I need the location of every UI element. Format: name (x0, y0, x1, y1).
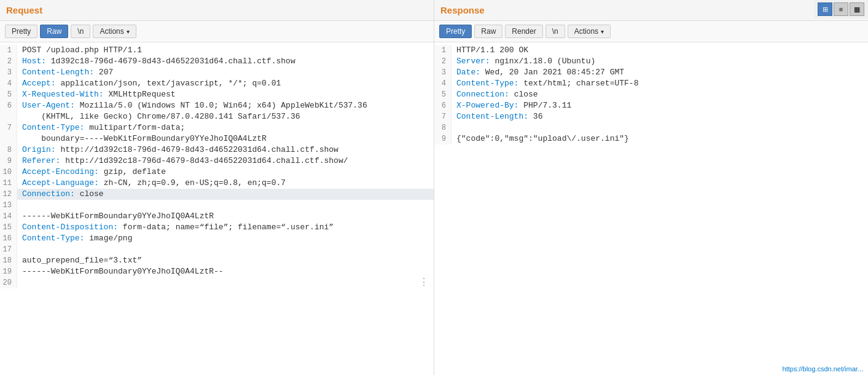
footer-url: https://blog.csdn.net/imar... (783, 365, 863, 373)
request-raw-btn[interactable]: Raw (40, 25, 68, 38)
table-row: 8 Origin: http://1d392c18-796d-4679-8d43… (0, 144, 434, 156)
panels: Request Pretty Raw \n Actions ▾ 1 POST /… (0, 0, 868, 375)
top-bar: ⊞ ≡ ▦ (814, 0, 868, 18)
layout-single-btn[interactable]: ≡ (834, 2, 848, 16)
table-row: 7 Content-Length: 36 (434, 111, 868, 122)
table-row: 16 Content-Type: image/png (0, 233, 434, 244)
response-render-btn[interactable]: Render (505, 25, 542, 38)
request-content: 1 POST /upload.php HTTP/1.1 2 Host: 1d39… (0, 42, 434, 375)
table-row: 9 Referer: http://1d392c18-796d-4679-8d4… (0, 156, 434, 167)
request-newline-btn[interactable]: \n (71, 25, 90, 38)
response-title: Response (440, 5, 485, 15)
table-row: 1 POST /upload.php HTTP/1.1 (0, 45, 434, 56)
response-header: Response (434, 0, 868, 21)
response-content: 1 HTTP/1.1 200 OK 2 Server: nginx/1.18.0… (434, 42, 868, 375)
table-row: boundary=----WebKitFormBoundary0YYeJhoIQ… (0, 133, 434, 144)
table-row: 3 Content-Length: 207 (0, 67, 434, 78)
request-header: Request (0, 0, 434, 21)
table-row: 7 Content-Type: multipart/form-data; (0, 122, 434, 133)
table-row: 3 Date: Wed, 20 Jan 2021 08:45:27 GMT (434, 67, 868, 78)
table-row: 4 Accept: application/json, text/javascr… (0, 78, 434, 89)
table-row: 8 (434, 122, 868, 133)
response-toolbar: Pretty Raw Render \n Actions ▾ (434, 21, 868, 42)
request-actions-btn[interactable]: Actions ▾ (93, 25, 136, 38)
request-code-lines: 1 POST /upload.php HTTP/1.1 2 Host: 1d39… (0, 42, 434, 291)
table-row: 5 X-Requested-With: XMLHttpRequest (0, 89, 434, 100)
table-row: 13 (0, 200, 434, 211)
table-row: 10 Accept-Encoding: gzip, deflate (0, 167, 434, 178)
table-row: 6 X-Powered-By: PHP/7.3.11 (434, 100, 868, 111)
response-code-lines: 1 HTTP/1.1 200 OK 2 Server: nginx/1.18.0… (434, 42, 868, 147)
response-newline-btn[interactable]: \n (545, 25, 565, 38)
request-panel: Request Pretty Raw \n Actions ▾ 1 POST /… (0, 0, 434, 375)
request-title: Request (6, 5, 42, 15)
table-row: 6 User-Agent: Mozilla/5.0 (Windows NT 10… (0, 100, 434, 111)
more-options-icon[interactable]: ⋮ (419, 276, 429, 288)
table-row: (KHTML, like Gecko) Chrome/87.0.4280.141… (0, 111, 434, 122)
layout-split-btn[interactable]: ⊞ (818, 2, 832, 16)
table-row: 4 Content-Type: text/html; charset=UTF-8 (434, 78, 868, 89)
table-row: 2 Host: 1d392c18-796d-4679-8d43-d4652203… (0, 56, 434, 67)
response-actions-btn[interactable]: Actions ▾ (568, 25, 611, 38)
table-row: 20 (0, 277, 434, 288)
response-pretty-btn[interactable]: Pretty (439, 25, 472, 38)
table-row: 2 Server: nginx/1.18.0 (Ubuntu) (434, 56, 868, 67)
chevron-down-icon: ▾ (601, 28, 604, 35)
table-row: 14 ------WebKitFormBoundary0YYeJhoIQ0A4L… (0, 211, 434, 222)
request-pretty-btn[interactable]: Pretty (5, 25, 37, 38)
table-row: 17 (0, 244, 434, 255)
request-toolbar: Pretty Raw \n Actions ▾ (0, 21, 434, 42)
layout-grid-btn[interactable]: ▦ (850, 2, 864, 16)
chevron-down-icon: ▾ (127, 28, 130, 35)
table-row: 12 Connection: close (0, 189, 434, 200)
table-row: 15 Content-Disposition: form-data; name=… (0, 222, 434, 233)
table-row: 1 HTTP/1.1 200 OK (434, 45, 868, 56)
table-row: 18 auto_prepend_file=“3.txt” (0, 255, 434, 266)
response-raw-btn[interactable]: Raw (474, 25, 502, 38)
table-row: 19 ------WebKitFormBoundary0YYeJhoIQ0A4L… (0, 266, 434, 277)
table-row: 11 Accept-Language: zh-CN, zh;q=0.9, en-… (0, 178, 434, 189)
response-panel: Response Pretty Raw Render \n Actions ▾ … (434, 0, 868, 375)
table-row: 5 Connection: close (434, 89, 868, 100)
table-row: 9 {"code":0,"msg":"upload\/.user.ini"} (434, 133, 868, 144)
